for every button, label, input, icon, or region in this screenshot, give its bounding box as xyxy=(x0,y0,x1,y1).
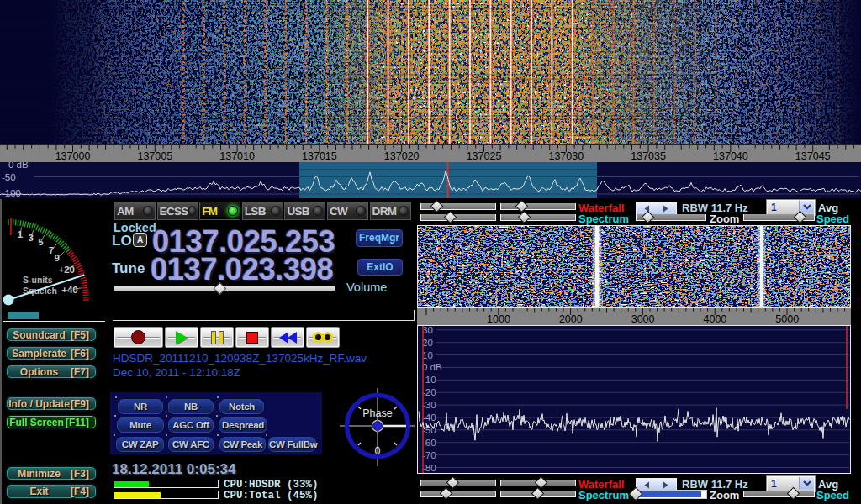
svg-text:3: 3 xyxy=(28,233,33,243)
svg-text:S-units: S-units xyxy=(23,275,53,285)
svg-text:5: 5 xyxy=(38,237,44,247)
svg-text:+40: +40 xyxy=(61,285,78,295)
svg-text:-70: -70 xyxy=(422,450,436,460)
svg-text:Phase: Phase xyxy=(362,407,392,419)
svg-text:137045: 137045 xyxy=(795,150,831,162)
svg-text:137035: 137035 xyxy=(631,150,666,162)
svg-text:+20: +20 xyxy=(58,265,75,275)
svg-text:0 dB: 0 dB xyxy=(422,362,442,372)
svg-text:-60: -60 xyxy=(422,438,436,448)
svg-text:137025: 137025 xyxy=(467,150,502,162)
svg-text:9: 9 xyxy=(54,253,59,263)
svg-text:-100: -100 xyxy=(2,188,21,198)
svg-text:-40: -40 xyxy=(422,412,436,423)
svg-text:-30: -30 xyxy=(422,400,436,410)
svg-text:137040: 137040 xyxy=(713,150,748,162)
svg-text:1: 1 xyxy=(18,229,24,239)
svg-text:137020: 137020 xyxy=(384,150,420,162)
svg-text:5000: 5000 xyxy=(775,313,799,325)
svg-text:0: 0 xyxy=(375,445,381,457)
svg-text:3000: 3000 xyxy=(631,313,655,325)
svg-text:0 dB: 0 dB xyxy=(8,162,29,170)
svg-text:137010: 137010 xyxy=(219,150,255,162)
svg-text:-50: -50 xyxy=(2,172,16,182)
svg-text:4000: 4000 xyxy=(703,313,726,325)
svg-text:1000: 1000 xyxy=(487,313,510,325)
svg-text:137000: 137000 xyxy=(55,150,91,162)
svg-text:-10: -10 xyxy=(422,375,436,385)
svg-text:2000: 2000 xyxy=(559,313,583,325)
svg-text:-80: -80 xyxy=(422,463,436,473)
svg-text:137030: 137030 xyxy=(548,150,584,162)
svg-text:137005: 137005 xyxy=(137,150,172,162)
svg-text:-20: -20 xyxy=(422,387,436,397)
svg-text:10: 10 xyxy=(422,350,433,360)
svg-text:7: 7 xyxy=(49,245,54,255)
svg-text:137015: 137015 xyxy=(302,150,337,162)
svg-text:30: 30 xyxy=(422,325,433,335)
svg-text:20: 20 xyxy=(422,338,433,348)
